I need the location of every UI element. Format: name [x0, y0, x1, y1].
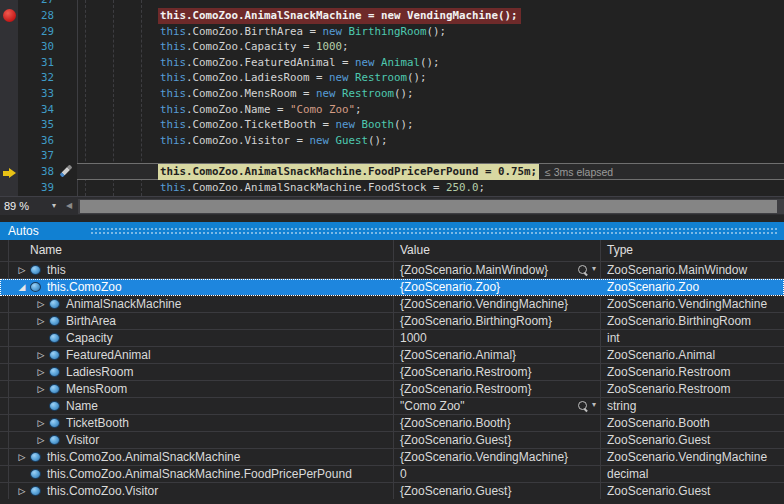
autos-row[interactable]: ▷this{ZooScenario.MainWindow}▾ZooScenari…: [0, 262, 784, 279]
perf-tip[interactable]: ≤ 3ms elapsed: [545, 165, 613, 179]
autos-row[interactable]: Capacity1000int: [0, 330, 784, 347]
variable-name: this.ComoZoo: [47, 280, 122, 295]
expand-icon[interactable]: ▷: [16, 264, 28, 277]
autos-row[interactable]: ▷TicketBooth{ZooScenario.Booth}ZooScenar…: [0, 415, 784, 432]
horizontal-scrollbar-track[interactable]: [78, 199, 784, 214]
scroll-left-arrow-icon[interactable]: ◀: [66, 201, 72, 210]
zoom-level-value: 89 %: [4, 200, 29, 212]
line-number: 36: [0, 133, 54, 149]
expand-icon[interactable]: ▷: [35, 315, 47, 328]
variable-type: ZooScenario.BirthingRoom: [607, 314, 751, 329]
current-code-line[interactable]: this.ComoZoo.AnimalSnackMachine.FoodPric…: [158, 164, 539, 180]
variable-value[interactable]: {ZooScenario.Guest}: [400, 484, 511, 499]
expand-icon[interactable]: ▷: [16, 485, 28, 498]
line-number: 39: [0, 180, 54, 196]
autos-variable-list: ▷this{ZooScenario.MainWindow}▾ZooScenari…: [0, 261, 784, 500]
field-icon: [30, 452, 41, 462]
visualizer-dropdown-icon[interactable]: ▾: [592, 400, 596, 409]
autos-footer: [0, 499, 784, 504]
variable-name: TicketBooth: [66, 416, 129, 431]
expand-icon[interactable]: ▷: [35, 366, 47, 379]
variable-value[interactable]: {ZooScenario.Restroom}: [400, 365, 531, 380]
variable-name: Visitor: [66, 433, 99, 448]
autos-row[interactable]: ▷FeaturedAnimal{ZooScenario.Animal}ZooSc…: [0, 347, 784, 364]
variable-value[interactable]: {ZooScenario.VendingMachine}: [400, 450, 568, 465]
variable-value[interactable]: {ZooScenario.Restroom}: [400, 382, 531, 397]
line-number: 33: [0, 86, 54, 102]
autos-row-selected[interactable]: ◢this.ComoZoo{ZooScenario.Zoo}ZooScenari…: [0, 279, 784, 296]
code-line[interactable]: this.ComoZoo.Visitor = new Guest();: [160, 133, 388, 149]
variable-value[interactable]: {ZooScenario.Animal}: [400, 348, 516, 363]
variable-value[interactable]: {ZooScenario.Booth}: [400, 416, 511, 431]
autos-row[interactable]: ▷BirthArea{ZooScenario.BirthingRoom}ZooS…: [0, 313, 784, 330]
field-icon: [49, 333, 60, 343]
variable-value[interactable]: 0: [400, 467, 407, 482]
zoom-level-dropdown[interactable]: 89 % ▾: [4, 198, 62, 214]
variable-type: string: [607, 399, 636, 414]
collapse-icon[interactable]: ◢: [16, 281, 28, 294]
variable-type: ZooScenario.Restroom: [607, 365, 730, 380]
code-editor[interactable]: 2728this.ComoZoo.AnimalSnackMachine = ne…: [0, 0, 784, 196]
variable-type: ZooScenario.Restroom: [607, 382, 730, 397]
variable-value[interactable]: 1000: [400, 331, 427, 346]
column-header-name[interactable]: Name: [30, 243, 62, 257]
variable-name: this.ComoZoo.AnimalSnackMachine.FoodPric…: [47, 467, 352, 482]
autos-row[interactable]: ▷this.ComoZoo.Visitor{ZooScenario.Guest}…: [0, 483, 784, 500]
autos-row[interactable]: Name"Como Zoo"▾string: [0, 398, 784, 415]
code-line[interactable]: this.ComoZoo.BirthArea = new BirthingRoo…: [160, 24, 446, 40]
magnifier-icon[interactable]: [578, 265, 587, 274]
autos-title-bar[interactable]: Autos: [0, 222, 784, 240]
code-line[interactable]: this.ComoZoo.LadiesRoom = new Restroom()…: [160, 70, 427, 86]
variable-value[interactable]: {ZooScenario.Zoo}: [400, 280, 500, 295]
variable-value[interactable]: {ZooScenario.Guest}: [400, 433, 511, 448]
chevron-down-icon[interactable]: ▾: [52, 198, 56, 214]
variable-name: Capacity: [66, 331, 113, 346]
code-line[interactable]: this.ComoZoo.TicketBooth = new Booth();: [160, 117, 414, 133]
variable-type: int: [607, 331, 620, 346]
autos-row[interactable]: ▷Visitor{ZooScenario.Guest}ZooScenario.G…: [0, 432, 784, 449]
autos-row[interactable]: ▷MensRoom{ZooScenario.Restroom}ZooScenar…: [0, 381, 784, 398]
breakpoint-icon[interactable]: [3, 9, 16, 22]
variable-name: AnimalSnackMachine: [66, 297, 181, 312]
line-number: 27: [0, 0, 54, 8]
expand-icon[interactable]: ▷: [35, 417, 47, 430]
expand-icon[interactable]: ▷: [35, 349, 47, 362]
expand-icon[interactable]: ▷: [35, 298, 47, 311]
variable-value[interactable]: "Como Zoo": [400, 399, 465, 414]
expand-icon[interactable]: ▷: [16, 451, 28, 464]
field-icon: [49, 435, 60, 445]
autos-title: Autos: [8, 223, 39, 239]
code-line[interactable]: this.ComoZoo.FeaturedAnimal = new Animal…: [160, 55, 440, 71]
variable-type: ZooScenario.Guest: [607, 484, 710, 499]
autos-row[interactable]: ▷LadiesRoom{ZooScenario.Restroom}ZooScen…: [0, 364, 784, 381]
autos-row[interactable]: ▷AnimalSnackMachine{ZooScenario.VendingM…: [0, 296, 784, 313]
visualizer-dropdown-icon[interactable]: ▾: [592, 264, 596, 273]
field-icon: [49, 401, 60, 411]
code-line[interactable]: this.ComoZoo.Capacity = 1000;: [160, 39, 349, 55]
variable-name: FeaturedAnimal: [66, 348, 151, 363]
field-icon: [49, 384, 60, 394]
column-header-type[interactable]: Type: [607, 243, 633, 257]
autos-row[interactable]: ▷this.ComoZoo.AnimalSnackMachine{ZooScen…: [0, 449, 784, 466]
magnifier-icon[interactable]: [578, 401, 587, 410]
variable-name: this: [47, 263, 66, 278]
code-line[interactable]: this.ComoZoo.AnimalSnackMachine.FoodStoc…: [160, 180, 485, 196]
horizontal-scrollbar-thumb[interactable]: [80, 200, 777, 213]
variable-value[interactable]: {ZooScenario.BirthingRoom}: [400, 314, 552, 329]
variable-type: ZooScenario.VendingMachine: [607, 450, 767, 465]
variable-value[interactable]: {ZooScenario.VendingMachine}: [400, 297, 568, 312]
column-header-value[interactable]: Value: [400, 243, 430, 257]
variable-type: ZooScenario.Zoo: [607, 280, 699, 295]
autos-row[interactable]: this.ComoZoo.AnimalSnackMachine.FoodPric…: [0, 466, 784, 483]
line-number: 34: [0, 102, 54, 118]
code-line[interactable]: this.ComoZoo.MensRoom = new Restroom();: [160, 86, 414, 102]
expand-icon[interactable]: ▷: [35, 383, 47, 396]
breakpoint-code-line[interactable]: this.ComoZoo.AnimalSnackMachine = new Ve…: [158, 8, 521, 24]
code-line[interactable]: this.ComoZoo.Name = "Como Zoo";: [160, 102, 362, 118]
expand-icon[interactable]: ▷: [35, 434, 47, 447]
variable-type: decimal: [607, 467, 648, 482]
field-icon: [30, 265, 41, 275]
variable-value[interactable]: {ZooScenario.MainWindow}: [400, 263, 548, 278]
field-icon: [49, 418, 60, 428]
variable-name: Name: [66, 399, 98, 414]
